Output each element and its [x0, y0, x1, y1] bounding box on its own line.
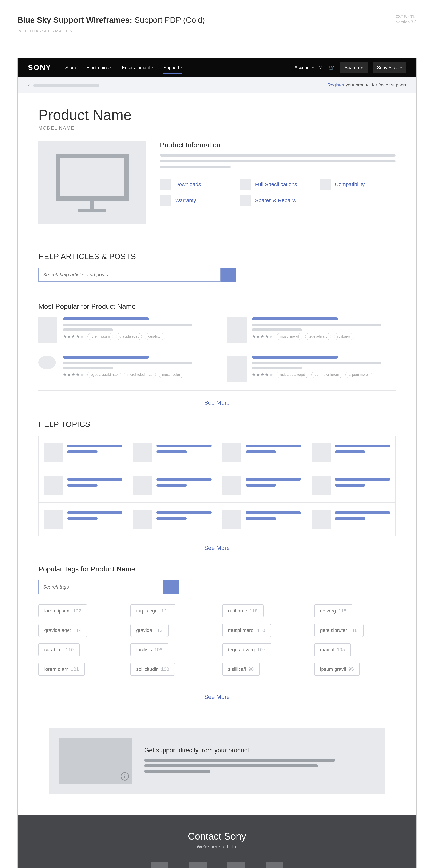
help-search-go[interactable] [221, 268, 236, 282]
placeholder-line [156, 511, 212, 514]
contact-item[interactable]: Call [151, 862, 168, 868]
help-topics-heading: HELP TOPICS [38, 420, 396, 429]
contact-icon [189, 862, 207, 868]
tag-text: ipsum gravil [320, 666, 346, 672]
topic-item[interactable] [217, 503, 306, 536]
article-item[interactable]: ★★★★★muspi meroltege adivargrutibaruc [227, 317, 396, 343]
topic-item[interactable] [306, 503, 396, 536]
placeholder-line [246, 511, 301, 514]
nav-entertainment[interactable]: Entertainment▾ [122, 65, 153, 70]
tag-pill[interactable]: eget a curabimae [88, 372, 121, 378]
top-nav: SONY Store Electronics▾ Entertainment▾ S… [18, 58, 416, 77]
topics-grid [38, 436, 396, 536]
see-more-tags[interactable]: See More [38, 690, 396, 714]
tag-count: 108 [154, 647, 162, 653]
tag-item[interactable]: tege adivarg107 [222, 643, 271, 656]
see-more-articles[interactable]: See More [38, 396, 396, 420]
tag-item[interactable]: facilisis108 [130, 643, 168, 656]
tags-search-go[interactable] [163, 580, 179, 594]
tag-item[interactable]: ipsum gravil95 [314, 663, 360, 676]
promo-image: i [59, 739, 132, 784]
tag-text: sollicitudin [136, 666, 159, 672]
sony-sites-button[interactable]: Sony Sites▾ [373, 62, 406, 73]
tag-pill[interactable]: lorem ipsum [88, 333, 113, 340]
tag-item[interactable]: curabitur110 [38, 643, 80, 656]
browser-frame: SONY Store Electronics▾ Entertainment▾ S… [18, 58, 416, 868]
tag-item[interactable]: lorem diam101 [38, 663, 85, 676]
nav-links: Store Electronics▾ Entertainment▾ Suppor… [65, 65, 294, 70]
topic-item[interactable] [306, 469, 396, 503]
tag-pill[interactable]: muspi dolor [159, 372, 183, 378]
favorites-icon[interactable]: ♡ [319, 65, 323, 71]
topic-item[interactable] [39, 436, 128, 469]
placeholder-line [335, 451, 365, 453]
nav-account[interactable]: Account▾ [294, 65, 314, 70]
nav-electronics[interactable]: Electronics▾ [87, 65, 112, 70]
tag-pill[interactable]: muspi merol [277, 333, 302, 340]
tag-count: 113 [155, 627, 163, 633]
topic-icon [222, 509, 242, 529]
articles-grid: ★★★★★lorem ipsumgravida egetcurabitur ★★… [38, 317, 396, 381]
placeholder-line [156, 517, 187, 520]
tag-item[interactable]: rutibaruc118 [222, 604, 264, 618]
tag-item[interactable]: sollicitudin100 [130, 663, 175, 676]
article-item[interactable]: ★★★★★lorem ipsumgravida egetcurabitur [38, 317, 207, 343]
link-specifications[interactable]: Full Specifications [240, 179, 306, 190]
tag-count: 110 [66, 647, 74, 653]
tag-item[interactable]: lorem ipsum122 [38, 604, 87, 618]
chevron-down-icon: ▾ [151, 66, 153, 69]
tag-pill[interactable]: dem rolor lorem [311, 372, 342, 378]
link-spares[interactable]: Spares & Repairs [240, 195, 306, 206]
article-item[interactable]: ★★★★★eget a curabimaemerol rolod maemusp… [38, 355, 207, 381]
tag-item[interactable]: sisillicafi98 [222, 663, 260, 676]
link-compatibility[interactable]: Compatibility [319, 179, 385, 190]
tag-item[interactable]: gravida113 [130, 624, 169, 637]
placeholder-line [144, 770, 210, 773]
contact-icon [227, 862, 245, 868]
breadcrumb-back[interactable]: ‹ [28, 82, 99, 88]
topic-item[interactable] [128, 503, 217, 536]
topic-item[interactable] [217, 436, 306, 469]
tag-item[interactable]: adivarg115 [314, 604, 352, 618]
contact-item[interactable]: Chat [227, 862, 245, 868]
tag-item[interactable]: gete sipruter110 [314, 624, 364, 637]
tag-pill[interactable]: merol rolod mae [124, 372, 156, 378]
register-link[interactable]: Register [328, 82, 344, 88]
link-warranty[interactable]: Warranty [160, 195, 226, 206]
cart-icon[interactable]: 🛒 [329, 65, 335, 71]
tags-search-input[interactable] [38, 580, 163, 594]
contact-item[interactable]: Email [189, 862, 207, 868]
tag-pill[interactable]: curabitur [145, 333, 165, 340]
tag-pill[interactable]: alipum merol [345, 372, 372, 378]
document-version: version 3.0 [396, 19, 416, 25]
link-downloads[interactable]: Downloads [160, 179, 226, 190]
topic-lines [67, 443, 122, 456]
search-button[interactable]: Search⌕ [340, 62, 368, 73]
topic-item[interactable] [39, 469, 128, 503]
see-more-topics[interactable]: See More [38, 541, 396, 565]
nav-store[interactable]: Store [65, 65, 76, 70]
topic-item[interactable] [217, 469, 306, 503]
tag-pill[interactable]: tege adivarg [305, 333, 331, 340]
tag-item[interactable]: gravida eget114 [38, 624, 88, 637]
register-prompt: Register your product for faster support [328, 82, 406, 88]
info-icon[interactable]: i [121, 772, 129, 780]
tag-item[interactable]: turpis eget121 [130, 604, 175, 618]
tag-pill[interactable]: rutibaruc a teget [277, 372, 308, 378]
tag-item[interactable]: muspi merol110 [222, 624, 271, 637]
topic-lines [335, 509, 390, 523]
placeholder-line [160, 166, 230, 168]
nav-support[interactable]: Support▾ [163, 65, 182, 74]
topic-item[interactable] [39, 503, 128, 536]
topic-item[interactable] [306, 436, 396, 469]
help-search-input[interactable] [38, 268, 221, 282]
tag-pill[interactable]: rutibaruc [334, 333, 354, 340]
tag-item[interactable]: maidal105 [314, 643, 351, 656]
contact-item[interactable]: In-Store [266, 862, 283, 868]
placeholder-line [335, 511, 390, 514]
topic-item[interactable] [128, 436, 217, 469]
topic-item[interactable] [128, 469, 217, 503]
article-item[interactable]: ★★★★★rutibaruc a tegetdem rolor loremali… [227, 355, 396, 381]
sony-logo[interactable]: SONY [28, 63, 51, 72]
tag-pill[interactable]: gravida eget [116, 333, 142, 340]
